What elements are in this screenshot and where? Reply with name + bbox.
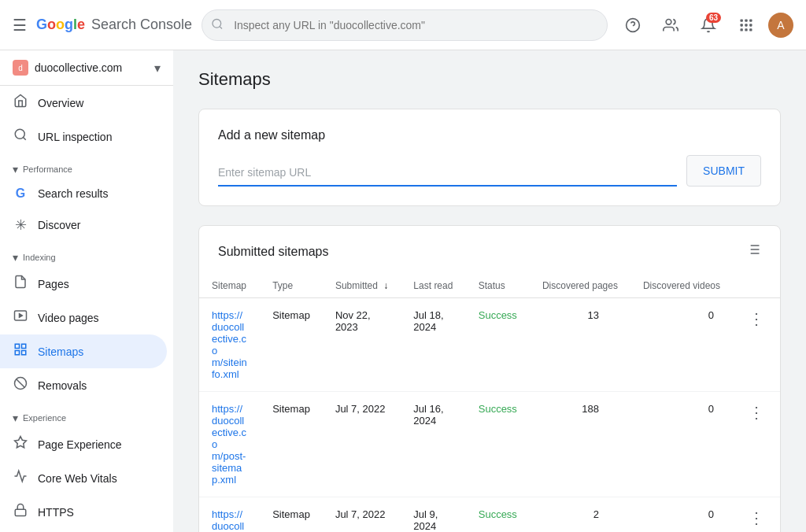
svg-rect-9 bbox=[745, 24, 747, 26]
sidebar-item-page-experience[interactable]: Page Experience bbox=[0, 427, 167, 461]
pages-label: Pages bbox=[38, 278, 69, 290]
col-discovered-videos: Discovered videos bbox=[630, 274, 733, 298]
status-cell: Success bbox=[466, 392, 530, 497]
apps-button[interactable] bbox=[730, 9, 762, 41]
google-wordmark: Google bbox=[36, 17, 85, 33]
sitemaps-label: Sitemaps bbox=[38, 345, 83, 358]
search-results-label: Search results bbox=[38, 187, 108, 200]
row-menu-button[interactable]: ⋮ bbox=[745, 506, 767, 530]
svg-rect-8 bbox=[741, 24, 743, 26]
sitemap-url-cell[interactable]: https://duocollective.com/post-sitemap.x… bbox=[212, 403, 246, 486]
notifications-button[interactable]: 63 bbox=[693, 9, 724, 41]
sidebar-item-removals[interactable]: Removals bbox=[0, 368, 167, 402]
section-header-experience[interactable]: ▾ Experience bbox=[0, 402, 173, 427]
svg-rect-10 bbox=[749, 24, 752, 26]
svg-rect-18 bbox=[15, 344, 19, 348]
col-type: Type bbox=[260, 274, 323, 298]
add-sitemap-title: Add a new sitemap bbox=[218, 128, 761, 142]
pages-icon bbox=[13, 275, 28, 293]
sidebar: d duocollective.com ▾ Overview URL inspe… bbox=[0, 50, 173, 532]
discover-label: Discover bbox=[38, 219, 80, 231]
col-discovered-pages: Discovered pages bbox=[530, 274, 630, 298]
sidebar-item-https[interactable]: HTTPS bbox=[0, 495, 167, 529]
google-logo: Google Search Console bbox=[36, 17, 192, 33]
svg-rect-6 bbox=[745, 19, 747, 21]
sitemap-url-input[interactable] bbox=[218, 160, 677, 185]
submitted-title: Submitted sitemaps bbox=[218, 245, 329, 259]
url-inspection-label: URL inspection bbox=[38, 131, 112, 143]
property-name: duocollective.com bbox=[35, 61, 148, 74]
svg-rect-21 bbox=[22, 351, 26, 355]
svg-rect-7 bbox=[749, 19, 752, 21]
svg-marker-24 bbox=[15, 437, 27, 448]
url-search-input[interactable] bbox=[202, 9, 608, 41]
last-read-cell: Jul 9, 2024 bbox=[401, 497, 465, 533]
page-title: Sitemaps bbox=[198, 69, 781, 90]
sidebar-item-search-results[interactable]: G Search results bbox=[0, 179, 167, 209]
col-submitted[interactable]: Submitted ↓ bbox=[323, 274, 401, 298]
row-actions-cell: ⋮ bbox=[733, 298, 780, 392]
home-icon bbox=[13, 94, 28, 112]
status-cell: Success bbox=[466, 497, 530, 533]
sitemap-url-cell[interactable]: https://duocollective.com/siteinfo.xml bbox=[212, 309, 247, 380]
discovered-pages-cell: 188 bbox=[530, 392, 630, 497]
property-selector[interactable]: d duocollective.com ▾ bbox=[0, 50, 173, 86]
sidebar-item-url-inspection[interactable]: URL inspection bbox=[0, 120, 167, 153]
chevron-performance-icon: ▾ bbox=[13, 163, 18, 175]
svg-rect-19 bbox=[22, 344, 26, 348]
submit-button[interactable]: SUBMIT bbox=[686, 155, 761, 187]
sort-arrow-icon: ↓ bbox=[383, 280, 388, 291]
svg-rect-20 bbox=[15, 351, 19, 355]
table-row: https://duocollective.com/siteinfo.xml S… bbox=[199, 298, 780, 392]
sidebar-item-video-pages[interactable]: Video pages bbox=[0, 301, 167, 334]
discovered-videos-cell: 0 bbox=[630, 497, 733, 533]
section-header-shopping[interactable]: ▾ Shopping bbox=[0, 529, 173, 532]
sidebar-item-overview[interactable]: Overview bbox=[0, 86, 167, 120]
removals-label: Removals bbox=[38, 379, 87, 392]
add-sitemap-row: SUBMIT bbox=[218, 155, 761, 187]
url-search[interactable] bbox=[202, 9, 608, 41]
col-last-read: Last read bbox=[401, 274, 465, 298]
avatar[interactable]: A bbox=[768, 13, 793, 38]
sidebar-item-pages[interactable]: Pages bbox=[0, 267, 167, 301]
https-label: HTTPS bbox=[38, 506, 74, 519]
google-g-icon: G bbox=[13, 187, 28, 201]
svg-line-23 bbox=[17, 379, 25, 388]
core-web-vitals-label: Core Web Vitals bbox=[38, 472, 117, 485]
main-content: Sitemaps Add a new sitemap SUBMIT Submit… bbox=[173, 50, 806, 532]
svg-point-4 bbox=[666, 19, 671, 24]
menu-icon[interactable]: ☰ bbox=[13, 16, 27, 35]
sitemap-input-wrap bbox=[218, 160, 677, 187]
row-menu-button[interactable]: ⋮ bbox=[745, 307, 767, 331]
filter-icon[interactable] bbox=[745, 242, 761, 261]
chevron-indexing-icon: ▾ bbox=[13, 251, 18, 264]
topbar: ☰ Google Search Console 63 A bbox=[0, 0, 806, 50]
sidebar-item-core-web-vitals[interactable]: Core Web Vitals bbox=[0, 461, 167, 495]
sitemap-url-cell[interactable]: https://duocollective.com/page-sitemap.x… bbox=[212, 508, 246, 532]
type-cell: Sitemap bbox=[260, 298, 323, 392]
discover-icon: ✳ bbox=[13, 216, 28, 234]
last-read-cell: Jul 18, 2024 bbox=[401, 298, 465, 392]
help-button[interactable] bbox=[617, 9, 649, 41]
submitted-cell: Jul 7, 2022 bbox=[323, 497, 401, 533]
layout: d duocollective.com ▾ Overview URL inspe… bbox=[0, 50, 806, 532]
sitemaps-table-wrap: Sitemap Type Submitted ↓ Last read Statu… bbox=[199, 274, 780, 532]
svg-line-15 bbox=[23, 137, 25, 139]
section-indexing-label: Indexing bbox=[23, 253, 56, 262]
property-icon: d bbox=[13, 60, 28, 76]
discovered-pages-cell: 2 bbox=[530, 497, 630, 533]
type-cell: Sitemap bbox=[260, 497, 323, 533]
sidebar-item-sitemaps[interactable]: Sitemaps bbox=[0, 334, 167, 368]
svg-rect-25 bbox=[15, 509, 26, 515]
section-header-performance[interactable]: ▾ Performance bbox=[0, 153, 173, 179]
svg-rect-12 bbox=[745, 28, 747, 31]
table-row: https://duocollective.com/page-sitemap.x… bbox=[199, 497, 780, 533]
users-button[interactable] bbox=[655, 9, 686, 41]
section-header-indexing[interactable]: ▾ Indexing bbox=[0, 242, 173, 267]
row-menu-button[interactable]: ⋮ bbox=[745, 401, 767, 424]
svg-marker-17 bbox=[20, 314, 23, 318]
row-actions-cell: ⋮ bbox=[733, 392, 780, 497]
status-cell: Success bbox=[466, 298, 530, 392]
col-status: Status bbox=[466, 274, 530, 298]
sidebar-item-discover[interactable]: ✳ Discover bbox=[0, 209, 167, 242]
